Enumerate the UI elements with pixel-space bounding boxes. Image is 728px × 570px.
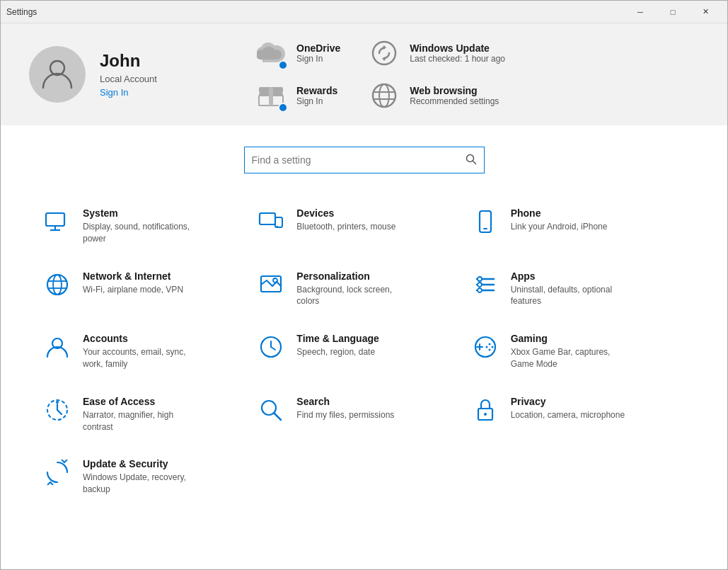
user-avatar-icon bbox=[40, 55, 75, 93]
search-title: Search bbox=[296, 396, 394, 407]
personalization-icon bbox=[257, 270, 285, 299]
search-desc: Find my files, permissions bbox=[296, 409, 394, 421]
system-icon bbox=[43, 207, 71, 236]
setting-privacy[interactable]: Privacy Location, camera, microphone bbox=[471, 383, 685, 446]
system-desc: Display, sound, notifications, power bbox=[83, 221, 203, 245]
svg-point-7 bbox=[379, 84, 389, 107]
time-language-desc: Speech, region, date bbox=[296, 346, 379, 358]
windows-update-text: Windows Update Last checked: 1 hour ago bbox=[410, 42, 505, 64]
privacy-desc: Location, camera, microphone bbox=[511, 409, 625, 421]
setting-gaming[interactable]: Gaming Xbox Game Bar, captures, Game Mod… bbox=[471, 320, 685, 383]
setting-search[interactable]: Search Find my files, permissions bbox=[257, 383, 470, 446]
svg-point-46 bbox=[484, 413, 487, 416]
close-button[interactable]: ✕ bbox=[689, 1, 722, 23]
update-security-text: Update & Security Windows Update, recove… bbox=[83, 458, 203, 496]
onedrive-status-dot bbox=[278, 60, 288, 70]
profile-section: John Local Account Sign In bbox=[29, 46, 227, 103]
titlebar-controls: ─ □ ✕ bbox=[624, 1, 722, 23]
rewards-service[interactable]: Rewards Sign In bbox=[255, 80, 340, 111]
personalization-text: Personalization Background, lock screen,… bbox=[296, 270, 417, 308]
phone-icon bbox=[471, 207, 499, 236]
search-text: Search Find my files, permissions bbox=[296, 396, 394, 421]
services-section: OneDrive Sign In Rewards Si bbox=[255, 38, 699, 111]
accounts-icon bbox=[43, 333, 71, 361]
windows-update-name: Windows Update bbox=[410, 42, 505, 54]
search-input[interactable] bbox=[252, 154, 466, 166]
svg-point-40 bbox=[485, 346, 487, 348]
devices-desc: Bluetooth, printers, mouse bbox=[296, 221, 395, 233]
profile-name: John bbox=[100, 51, 157, 71]
minimize-button[interactable]: ─ bbox=[624, 1, 657, 23]
titlebar: Settings ─ □ ✕ bbox=[1, 1, 727, 23]
windows-update-service[interactable]: Windows Update Last checked: 1 hour ago bbox=[369, 38, 505, 69]
svg-point-20 bbox=[47, 275, 67, 295]
web-browsing-service[interactable]: Web browsing Recommended settings bbox=[369, 80, 505, 111]
titlebar-title: Settings bbox=[6, 7, 37, 17]
system-title: System bbox=[83, 207, 203, 219]
onedrive-name: OneDrive bbox=[296, 42, 340, 54]
gaming-title: Gaming bbox=[511, 333, 631, 344]
ease-of-access-desc: Narrator, magnifier, high contrast bbox=[83, 409, 203, 433]
setting-personalization[interactable]: Personalization Background, lock screen,… bbox=[257, 258, 470, 321]
svg-point-30 bbox=[478, 283, 482, 287]
setting-accounts[interactable]: Accounts Your accounts, email, sync, wor… bbox=[43, 320, 257, 383]
network-icon bbox=[43, 270, 71, 299]
service-col-left: OneDrive Sign In Rewards Si bbox=[255, 38, 340, 111]
rewards-name: Rewards bbox=[296, 85, 337, 96]
update-security-icon bbox=[43, 458, 71, 486]
apps-title: Apps bbox=[511, 270, 631, 282]
profile-info: John Local Account Sign In bbox=[100, 51, 157, 98]
windows-update-sub: Last checked: 1 hour ago bbox=[410, 54, 505, 64]
phone-desc: Link your Android, iPhone bbox=[511, 221, 608, 233]
web-browsing-name: Web browsing bbox=[410, 85, 499, 96]
svg-point-25 bbox=[273, 278, 277, 283]
setting-system[interactable]: System Display, sound, notifications, po… bbox=[43, 195, 257, 258]
rewards-status-dot bbox=[278, 103, 288, 113]
onedrive-sub: Sign In bbox=[296, 54, 340, 64]
setting-devices[interactable]: Devices Bluetooth, printers, mouse bbox=[257, 195, 470, 258]
svg-point-31 bbox=[478, 288, 482, 292]
time-language-icon bbox=[257, 333, 285, 361]
search-icon bbox=[466, 154, 477, 167]
rewards-sub: Sign In bbox=[296, 96, 337, 106]
gaming-text: Gaming Xbox Game Bar, captures, Game Mod… bbox=[511, 333, 631, 370]
gaming-icon bbox=[471, 333, 499, 361]
onedrive-icon bbox=[255, 38, 287, 69]
time-language-text: Time & Language Speech, region, date bbox=[296, 333, 379, 358]
svg-line-44 bbox=[275, 414, 281, 420]
profile-signin-link[interactable]: Sign In bbox=[100, 87, 157, 98]
maximize-button[interactable]: □ bbox=[657, 1, 689, 23]
accounts-title: Accounts bbox=[83, 333, 203, 344]
svg-point-42 bbox=[56, 401, 59, 404]
setting-network[interactable]: Network & Internet Wi-Fi, airplane mode,… bbox=[43, 258, 257, 321]
svg-point-39 bbox=[488, 349, 490, 351]
svg-point-5 bbox=[373, 42, 395, 64]
avatar bbox=[29, 46, 86, 103]
svg-rect-16 bbox=[275, 217, 282, 227]
profile-account-type: Local Account bbox=[100, 74, 157, 84]
search-section bbox=[1, 125, 727, 195]
onedrive-service[interactable]: OneDrive Sign In bbox=[255, 38, 340, 69]
setting-apps[interactable]: Apps Uninstall, defaults, optional featu… bbox=[471, 258, 685, 321]
setting-phone[interactable]: Phone Link your Android, iPhone bbox=[471, 195, 685, 258]
accounts-desc: Your accounts, email, sync, work, family bbox=[83, 346, 203, 370]
search-setting-icon bbox=[257, 396, 285, 424]
setting-ease-of-access[interactable]: Ease of Access Narrator, magnifier, high… bbox=[43, 383, 257, 446]
svg-point-21 bbox=[53, 275, 62, 295]
phone-title: Phone bbox=[511, 207, 608, 219]
svg-rect-15 bbox=[260, 213, 275, 224]
phone-text: Phone Link your Android, iPhone bbox=[511, 207, 608, 233]
setting-time-language[interactable]: Time & Language Speech, region, date bbox=[257, 320, 470, 383]
web-browsing-text: Web browsing Recommended settings bbox=[410, 85, 499, 106]
svg-rect-4 bbox=[269, 87, 273, 106]
svg-line-35 bbox=[271, 347, 275, 350]
devices-icon bbox=[257, 207, 285, 236]
system-text: System Display, sound, notifications, po… bbox=[83, 207, 203, 245]
update-security-desc: Windows Update, recovery, backup bbox=[83, 472, 203, 496]
devices-title: Devices bbox=[296, 207, 395, 219]
network-desc: Wi-Fi, airplane mode, VPN bbox=[83, 284, 183, 296]
setting-update-security[interactable]: Update & Security Windows Update, recove… bbox=[43, 445, 257, 508]
privacy-text: Privacy Location, camera, microphone bbox=[511, 396, 625, 421]
apps-icon bbox=[471, 270, 499, 299]
apps-desc: Uninstall, defaults, optional features bbox=[511, 284, 631, 308]
